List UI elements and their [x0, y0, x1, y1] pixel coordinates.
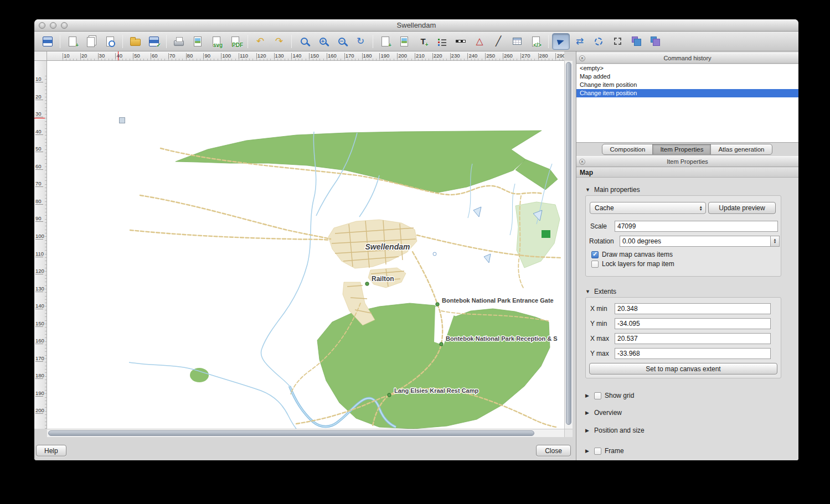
scale-input[interactable]	[615, 221, 778, 232]
cache-dropdown[interactable]: Cache	[590, 202, 706, 214]
position-and-size-section-toggle[interactable]: Position and size	[585, 426, 645, 435]
ruler-number: 190	[35, 390, 44, 396]
selected-small-item[interactable]	[119, 117, 125, 123]
add-attribute-table-button[interactable]	[508, 33, 526, 50]
horizontal-scrollbar[interactable]	[47, 429, 564, 437]
disclosure-triangle-icon[interactable]	[585, 393, 591, 398]
tab-atlas-generation[interactable]: Atlas generation	[710, 144, 772, 155]
overview-section-toggle[interactable]: Overview	[585, 408, 622, 417]
x-min-label: X min	[590, 303, 607, 314]
add-legend-button[interactable]	[433, 33, 451, 50]
save-as-template-button[interactable]	[145, 33, 163, 50]
move-item-content-button[interactable]: ⇄	[571, 33, 589, 50]
zoom-out-button[interactable]: −	[333, 33, 350, 50]
disclosure-triangle-icon[interactable]	[585, 448, 591, 454]
export-as-pdf-button[interactable]	[226, 33, 244, 50]
ruler-tick	[309, 53, 310, 60]
history-item[interactable]: Change item position	[576, 89, 798, 97]
lower-items-button[interactable]	[646, 33, 664, 50]
export-as-svg-icon	[213, 37, 220, 46]
ruler-number: 80	[35, 198, 42, 204]
add-image-button[interactable]	[395, 33, 413, 50]
ruler-tick	[35, 117, 43, 117]
main-properties-group: Cache Update preview Scale Rotation Draw…	[585, 195, 781, 277]
tab-item-properties[interactable]: Item Properties	[652, 144, 711, 155]
add-label-button[interactable]: T	[414, 33, 432, 50]
show-grid-checkbox[interactable]	[594, 392, 601, 399]
vertical-scrollbar[interactable]	[564, 61, 573, 429]
vertical-scrollbar-thumb[interactable]	[566, 62, 571, 425]
help-button[interactable]: Help	[36, 445, 66, 456]
composition-manager-button[interactable]	[101, 33, 119, 50]
zoom-window-button[interactable]	[61, 22, 68, 29]
show-grid-section-toggle[interactable]: Show grid	[585, 391, 634, 400]
extents-group: X min Y min X max Y max Set to map canva…	[585, 297, 781, 378]
ruler-number: 160	[35, 337, 44, 344]
frame-checkbox[interactable]	[594, 448, 601, 455]
ruler-tick	[485, 53, 486, 60]
close-window-button[interactable]	[39, 22, 45, 29]
lock-layers-checkbox[interactable]	[591, 261, 599, 268]
duplicate-composition-button[interactable]	[83, 33, 100, 50]
disclosure-triangle-icon[interactable]	[585, 289, 591, 294]
composition-manager-icon	[106, 37, 114, 46]
window-title: Swellendam	[34, 19, 798, 32]
rotation-input[interactable]	[620, 236, 771, 247]
history-item[interactable]: <empty>	[576, 64, 798, 72]
export-as-image-button[interactable]	[189, 33, 207, 50]
zoom-to-item-button[interactable]	[609, 33, 626, 50]
add-arrow-button[interactable]: ╱	[489, 33, 507, 50]
x-max-input[interactable]	[615, 333, 771, 344]
ruler-number: 100	[35, 233, 44, 239]
add-basic-shape-button[interactable]: △	[471, 33, 488, 50]
y-min-input[interactable]	[615, 318, 771, 329]
ruler-tick	[362, 53, 363, 60]
add-scalebar-button[interactable]	[452, 33, 470, 50]
zoom-full-button[interactable]	[295, 33, 313, 50]
select-items-button[interactable]	[590, 33, 607, 50]
draw-map-canvas-items-checkbox[interactable]	[591, 251, 599, 258]
close-button[interactable]: Close	[536, 445, 571, 456]
redo-button[interactable]: ↷	[270, 33, 288, 50]
print-button[interactable]	[170, 33, 188, 50]
ruler-tick	[35, 221, 43, 222]
redo-icon: ↷	[275, 37, 283, 46]
add-scalebar-icon	[456, 40, 466, 43]
export-as-svg-button[interactable]	[208, 33, 225, 50]
frame-section-toggle[interactable]: Frame	[585, 446, 624, 455]
extents-section-toggle[interactable]: Extents	[585, 287, 616, 296]
disclosure-triangle-icon[interactable]	[585, 187, 591, 193]
disclosure-triangle-icon[interactable]	[585, 428, 591, 433]
undo-button[interactable]: ↶	[251, 33, 269, 50]
ruler-number: 50	[134, 53, 140, 59]
minimize-window-button[interactable]	[50, 22, 56, 29]
save-project-button[interactable]	[39, 33, 56, 50]
zoom-in-button[interactable]: +	[314, 33, 332, 50]
rotation-spinner[interactable]	[771, 236, 780, 247]
zoom-full-icon	[301, 38, 308, 45]
history-item[interactable]: Change item position	[576, 81, 798, 89]
composition-canvas[interactable]: Swellendam Railton Bontebok National Par…	[47, 61, 564, 429]
refresh-view-button[interactable]: ↻	[352, 33, 369, 50]
title-bar[interactable]: Swellendam	[34, 19, 798, 32]
load-from-template-button[interactable]	[126, 33, 144, 50]
raise-items-button[interactable]	[627, 33, 645, 50]
add-image-icon	[400, 37, 408, 46]
main-properties-section-toggle[interactable]: Main properties	[585, 185, 640, 194]
close-panel-icon[interactable]	[579, 159, 585, 165]
update-preview-button[interactable]: Update preview	[708, 202, 776, 214]
history-item[interactable]: Map added	[576, 72, 798, 81]
add-new-map-button[interactable]	[377, 33, 394, 50]
tab-composition[interactable]: Composition	[602, 144, 653, 155]
close-panel-icon[interactable]	[579, 55, 585, 61]
select-move-item-button[interactable]	[552, 33, 570, 50]
set-to-map-canvas-extent-button[interactable]: Set to map canvas extent	[589, 363, 777, 375]
ruler-tick	[35, 152, 43, 152]
y-max-input[interactable]	[615, 348, 771, 359]
horizontal-scrollbar-thumb[interactable]	[48, 430, 534, 436]
ruler-number: 10	[64, 53, 70, 59]
new-composition-button[interactable]	[64, 33, 81, 50]
x-min-input[interactable]	[615, 303, 771, 314]
add-html-frame-button[interactable]	[527, 33, 545, 50]
disclosure-triangle-icon[interactable]	[585, 410, 591, 415]
